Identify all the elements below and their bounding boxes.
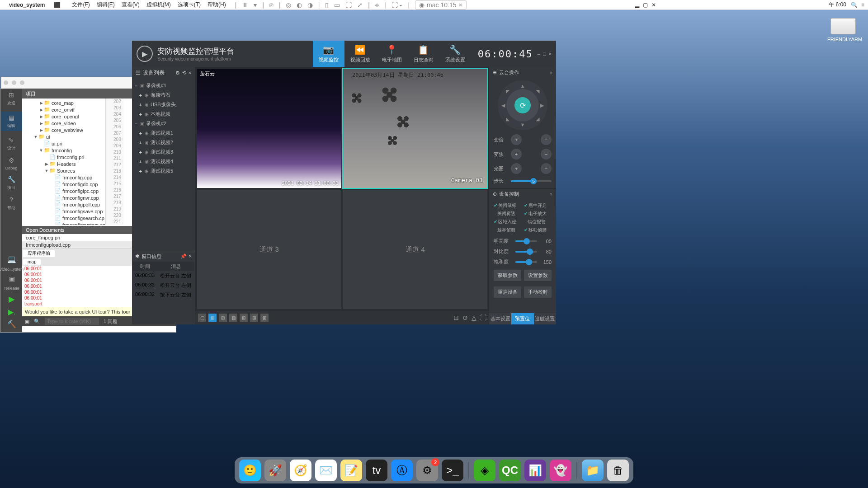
- feature-toggle[interactable]: ✔移动侦测: [524, 227, 552, 233]
- dock-downloads[interactable]: 📁: [582, 460, 604, 481]
- layout-4[interactable]: ⊞: [208, 314, 217, 322]
- layout-6[interactable]: ⊞: [219, 314, 227, 322]
- device-item[interactable]: +◉本地视频: [132, 109, 195, 119]
- tree-item[interactable]: ▶📁core_map: [22, 99, 105, 106]
- mode-design[interactable]: ✎设计: [7, 136, 15, 151]
- close-icon[interactable]: ×: [549, 51, 552, 56]
- plus-button[interactable]: +: [511, 163, 522, 174]
- layout-8[interactable]: ▥: [229, 314, 237, 322]
- tree-item[interactable]: ▶📁core_video: [22, 120, 105, 127]
- nav-系统设置[interactable]: 🔧系统设置: [439, 41, 471, 67]
- menubar-clock[interactable]: 午 6:00: [829, 1, 846, 9]
- tree-item[interactable]: ▼📁frmconfig: [22, 147, 105, 154]
- feature-toggle[interactable]: ✔关闭鼠标: [494, 202, 521, 209]
- tree-item[interactable]: ▶📁core_webview: [22, 127, 105, 133]
- problems-label[interactable]: 1 问题: [104, 318, 118, 325]
- console-icon[interactable]: ⎆: [375, 1, 379, 9]
- pause-icon[interactable]: ⏸: [242, 1, 248, 9]
- layout-16[interactable]: ⊞: [250, 314, 258, 322]
- feature-toggle[interactable]: ✔越界侦测: [494, 227, 521, 233]
- minus-button[interactable]: −: [541, 134, 552, 145]
- device-item[interactable]: +◉测试视频4: [132, 157, 195, 166]
- build-icon[interactable]: ▣: [9, 275, 15, 282]
- min-dot[interactable]: [12, 80, 16, 85]
- fullscreen-icon[interactable]: ⛶ ▾: [392, 1, 403, 9]
- set-params-button[interactable]: 设置参数: [524, 270, 552, 281]
- ptz-left-icon[interactable]: ◀: [501, 103, 505, 108]
- dock-safari[interactable]: 🧭: [290, 460, 311, 481]
- dock-finder[interactable]: 🙂: [239, 460, 261, 481]
- camera-cell-2[interactable]: 2021年03月14日 星期日 21:00:46 Camera 01: [343, 69, 487, 188]
- panel-icon[interactable]: ▣: [25, 319, 29, 324]
- device-item[interactable]: −▣录像机#2: [132, 119, 195, 128]
- ptz-home-button[interactable]: ⟳: [514, 97, 531, 113]
- layout-1[interactable]: ▢: [198, 314, 206, 322]
- menu-view[interactable]: 查看(V): [122, 1, 140, 9]
- dock-trash[interactable]: 🗑: [607, 460, 629, 481]
- device-tree[interactable]: −▣录像机#1+◉海康萤石+◉USB摄像头+◉本地视频−▣录像机#2+◉测试视频…: [132, 79, 195, 178]
- gear-icon[interactable]: ⚙: [175, 70, 180, 76]
- dock-notes[interactable]: 📝: [340, 460, 362, 481]
- dropdown-icon[interactable]: ▾: [254, 1, 257, 9]
- device-item[interactable]: +◉测试视频5: [132, 166, 195, 176]
- feature-toggle[interactable]: ✔关闭雾透: [494, 211, 521, 217]
- mode-help[interactable]: ?帮助: [7, 196, 15, 211]
- slider[interactable]: [515, 261, 537, 263]
- snapshot-icon[interactable]: ⎚: [269, 1, 273, 9]
- dock-mail[interactable]: ✉️: [315, 460, 337, 481]
- minus-button[interactable]: −: [541, 149, 552, 160]
- ptz-ur-icon[interactable]: ◥: [536, 89, 539, 94]
- output-tab[interactable]: 应用程序输: [23, 250, 55, 257]
- snapshot-icon[interactable]: ⊡: [453, 314, 459, 321]
- dock-qtcreator[interactable]: QC: [499, 460, 521, 481]
- max-icon[interactable]: □: [543, 51, 546, 56]
- tree-item[interactable]: 📄frmconfigsystem.cp: [22, 221, 105, 225]
- tab-preset[interactable]: 预置位: [511, 313, 533, 324]
- tree-item[interactable]: 📄frmconfignvr.cpp: [22, 194, 105, 201]
- kit-icon[interactable]: 💻: [7, 255, 16, 263]
- window-close-icon[interactable]: ✕: [651, 2, 656, 8]
- step-slider[interactable]: 5: [511, 180, 552, 182]
- plus-button[interactable]: +: [511, 149, 522, 160]
- active-app[interactable]: video_system: [9, 2, 45, 8]
- dock-tv[interactable]: tv: [366, 460, 387, 481]
- menu-file[interactable]: 文件(F): [72, 1, 90, 9]
- ptz-ul-icon[interactable]: ◤: [506, 89, 509, 94]
- ptz-down-icon[interactable]: ▼: [520, 122, 525, 127]
- dock-settings[interactable]: ⚙2: [416, 460, 438, 481]
- dock-app-monitor[interactable]: 📊: [524, 460, 546, 481]
- nav-视频回放[interactable]: ⏪视频回放: [344, 41, 376, 67]
- window-min-icon[interactable]: ▂: [635, 2, 639, 8]
- min-icon[interactable]: –: [538, 51, 540, 56]
- feature-toggle[interactable]: ✔错位报警: [524, 219, 552, 225]
- tree-item[interactable]: 📄frmconfigpoll.cpp: [22, 201, 105, 208]
- pin-icon[interactable]: 📌: [180, 253, 187, 259]
- menu-tab[interactable]: 选项卡(T): [178, 1, 201, 9]
- menu-help[interactable]: 帮助(H): [208, 1, 226, 9]
- tree-item[interactable]: 📄frmconfig.pri: [22, 154, 105, 160]
- tree-item[interactable]: 📄frmconfigsave.cpp: [22, 208, 105, 215]
- debug-run-icon[interactable]: ▶.: [8, 308, 15, 316]
- icon-3[interactable]: ◑: [307, 1, 313, 9]
- feature-toggle[interactable]: ✔电子放大: [524, 211, 552, 217]
- plus-button[interactable]: +: [511, 134, 522, 145]
- build-hammer-icon[interactable]: 🔨: [7, 320, 16, 328]
- ptz-dr-icon[interactable]: ◢: [536, 116, 539, 122]
- dock-app-green[interactable]: ◈: [474, 460, 495, 481]
- vm-tab[interactable]: ◉ mac 10.15 ×: [415, 0, 467, 9]
- tree-item[interactable]: ▶📁core_onvif: [22, 106, 105, 113]
- dock-launchpad[interactable]: 🚀: [264, 460, 286, 481]
- project-tree[interactable]: ▶📁core_map▶📁core_onvif▶📁core_opengl▶📁cor…: [22, 99, 105, 225]
- close-icon[interactable]: ×: [550, 70, 552, 75]
- slider[interactable]: [515, 240, 537, 242]
- layout-9[interactable]: ⊞: [240, 314, 248, 322]
- spotlight-icon[interactable]: 🔍: [851, 2, 858, 8]
- get-params-button[interactable]: 获取参数: [494, 270, 521, 281]
- tree-item[interactable]: ▼📁ui: [22, 133, 105, 140]
- tab-cruise[interactable]: 巡航设置: [534, 313, 556, 324]
- layout-25[interactable]: ⊞: [260, 314, 269, 322]
- layout-icon-3[interactable]: ⛶: [345, 1, 352, 9]
- tree-item[interactable]: ▶📁Headers: [22, 160, 105, 167]
- ptz-dl-icon[interactable]: ◣: [506, 116, 509, 122]
- locator-input[interactable]: [45, 318, 99, 325]
